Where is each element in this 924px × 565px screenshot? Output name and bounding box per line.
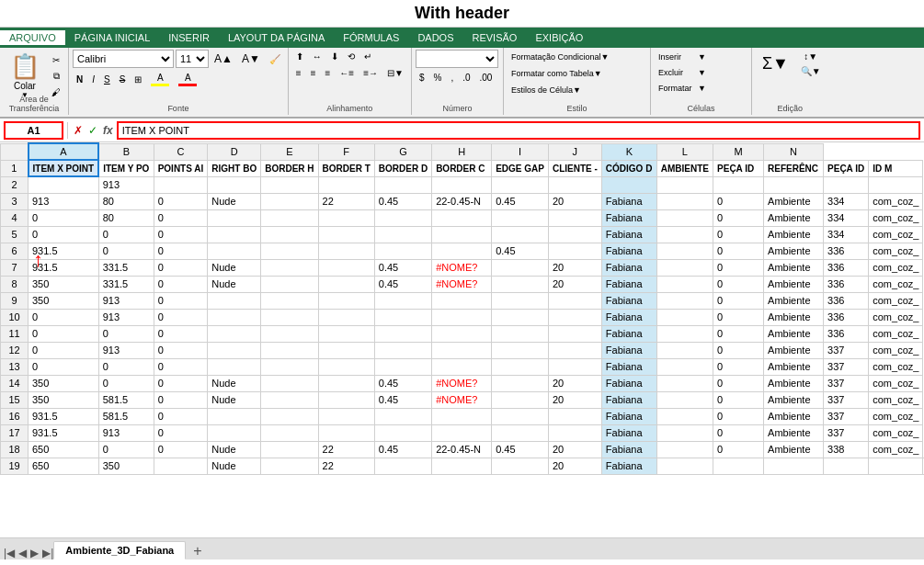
table-cell[interactable]: 0 <box>98 375 154 391</box>
table-cell[interactable] <box>374 358 431 375</box>
table-cell[interactable]: 22-0.45-N <box>432 193 492 209</box>
table-cell[interactable] <box>656 408 713 424</box>
table-cell[interactable]: Fabiana <box>601 226 656 243</box>
format-button[interactable]: Formatar▼ <box>655 81 710 96</box>
table-cell[interactable]: 0 <box>154 408 208 424</box>
table-cell[interactable] <box>261 292 318 309</box>
table-cell[interactable]: AMBIENTE <box>656 160 713 176</box>
table-cell[interactable]: Ambiente <box>764 243 824 259</box>
table-cell[interactable]: 0 <box>98 243 154 259</box>
table-cell[interactable]: Ambiente <box>764 276 824 292</box>
table-cell[interactable]: Fabiana <box>601 375 656 391</box>
table-cell[interactable]: Fabiana <box>601 276 656 292</box>
table-cell[interactable]: 20 <box>548 375 601 391</box>
increase-font-button[interactable]: A▲ <box>211 51 236 67</box>
strikethrough-button[interactable]: S <box>116 73 130 86</box>
table-cell[interactable] <box>318 309 374 325</box>
table-cell[interactable] <box>656 176 713 193</box>
table-cell[interactable]: 0 <box>713 276 764 292</box>
table-cell[interactable] <box>432 358 492 375</box>
table-cell[interactable]: Fabiana <box>601 458 656 474</box>
table-cell[interactable]: BORDER H <box>261 160 318 176</box>
table-cell[interactable] <box>261 325 318 342</box>
table-cell[interactable]: 0 <box>98 358 154 375</box>
table-cell[interactable]: 913 <box>98 176 154 193</box>
table-cell[interactable] <box>548 342 601 358</box>
table-cell[interactable]: EDGE GAP <box>492 160 549 176</box>
table-cell[interactable]: Ambiente <box>764 325 824 342</box>
table-cell[interactable]: Ambiente <box>764 342 824 358</box>
table-cell[interactable]: ID M <box>869 160 923 176</box>
tab-nav-first[interactable]: |◀ <box>4 547 15 559</box>
table-cell[interactable]: 0 <box>154 193 208 209</box>
table-cell[interactable] <box>432 226 492 243</box>
table-cell[interactable]: 650 <box>29 458 99 474</box>
table-cell[interactable]: #NOME? <box>432 375 492 391</box>
row-header-10[interactable]: 10 <box>1 309 29 325</box>
table-cell[interactable] <box>656 424 713 441</box>
table-cell[interactable]: Ambiente <box>764 193 824 209</box>
table-cell[interactable]: 0 <box>713 325 764 342</box>
table-cell[interactable]: 0 <box>713 358 764 375</box>
table-cell[interactable] <box>374 176 431 193</box>
table-cell[interactable]: 350 <box>29 391 99 408</box>
table-cell[interactable]: Ambiente <box>764 424 824 441</box>
table-cell[interactable]: 0 <box>98 226 154 243</box>
table-cell[interactable] <box>656 375 713 391</box>
col-header-e[interactable]: E <box>261 143 318 160</box>
table-cell[interactable]: com_coz_ <box>869 391 923 408</box>
table-cell[interactable]: 337 <box>824 408 869 424</box>
col-header-c[interactable]: C <box>154 143 208 160</box>
table-cell[interactable]: com_coz_ <box>869 243 923 259</box>
table-cell[interactable]: com_coz_ <box>869 408 923 424</box>
table-cell[interactable] <box>261 391 318 408</box>
row-header-13[interactable]: 13 <box>1 358 29 375</box>
table-cell[interactable]: 336 <box>824 259 869 276</box>
table-cell[interactable]: 80 <box>98 193 154 209</box>
table-cell[interactable]: Ambiente <box>764 358 824 375</box>
table-cell[interactable] <box>208 209 261 226</box>
col-header-l[interactable]: L <box>656 143 713 160</box>
table-cell[interactable]: Ambiente <box>764 209 824 226</box>
format-as-table-button[interactable]: Formatar como Tabela ▼ <box>508 66 606 81</box>
table-cell[interactable]: 0 <box>29 226 99 243</box>
table-cell[interactable] <box>374 292 431 309</box>
table-cell[interactable]: 0 <box>154 375 208 391</box>
decrease-decimal-button[interactable]: .00 <box>476 71 496 85</box>
delete-button[interactable]: Excluir▼ <box>655 65 710 80</box>
table-cell[interactable] <box>261 226 318 243</box>
table-cell[interactable] <box>492 358 549 375</box>
table-cell[interactable] <box>601 176 656 193</box>
table-cell[interactable]: 350 <box>98 458 154 474</box>
table-cell[interactable]: Fabiana <box>601 424 656 441</box>
col-header-h[interactable]: H <box>432 143 492 160</box>
comma-button[interactable]: , <box>447 71 457 85</box>
table-cell[interactable]: 0 <box>713 292 764 309</box>
table-cell[interactable]: 0 <box>154 259 208 276</box>
table-cell[interactable] <box>432 243 492 259</box>
col-header-i[interactable]: I <box>492 143 549 160</box>
table-cell[interactable] <box>492 276 549 292</box>
table-cell[interactable] <box>208 309 261 325</box>
table-cell[interactable]: 931.5 <box>29 408 99 424</box>
table-cell[interactable] <box>208 226 261 243</box>
table-cell[interactable]: 0.45 <box>374 259 431 276</box>
row-header-1[interactable]: 1 <box>1 160 29 176</box>
table-cell[interactable]: 0 <box>29 358 99 375</box>
table-cell[interactable]: 350 <box>29 292 99 309</box>
font-name-select[interactable]: Calibri <box>73 50 174 68</box>
table-cell[interactable]: 913 <box>98 292 154 309</box>
table-cell[interactable] <box>261 458 318 474</box>
table-cell[interactable]: 20 <box>548 441 601 458</box>
table-cell[interactable]: Ambiente <box>764 309 824 325</box>
table-cell[interactable]: 336 <box>824 309 869 325</box>
table-cell[interactable] <box>656 441 713 458</box>
table-cell[interactable]: 913 <box>29 193 99 209</box>
table-cell[interactable]: com_coz_ <box>869 441 923 458</box>
table-cell[interactable] <box>374 226 431 243</box>
table-cell[interactable]: POINTS AI <box>154 160 208 176</box>
table-cell[interactable] <box>318 226 374 243</box>
table-cell[interactable] <box>492 325 549 342</box>
table-cell[interactable]: Fabiana <box>601 259 656 276</box>
table-cell[interactable] <box>656 226 713 243</box>
